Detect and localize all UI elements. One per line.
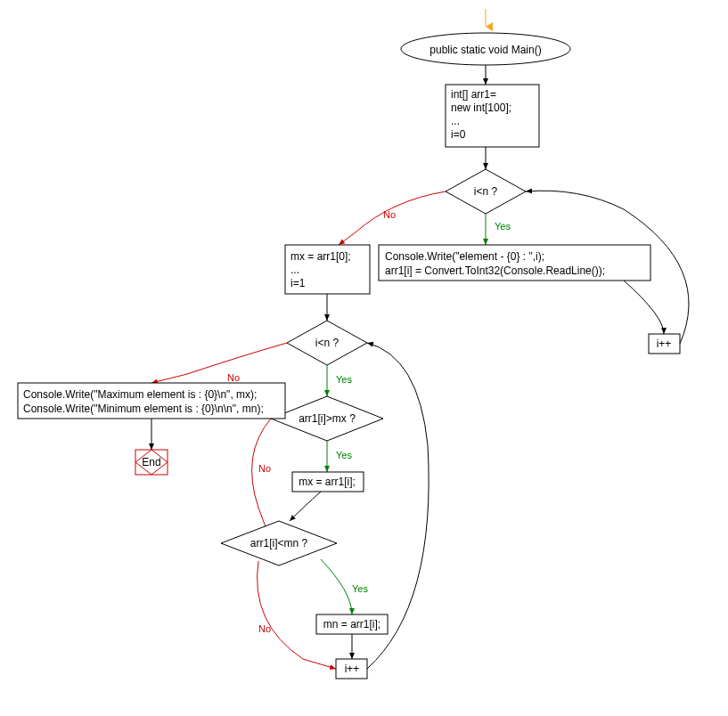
init-line4: i=0 xyxy=(451,128,466,141)
cond4-yes-label: Yes xyxy=(352,583,368,594)
read-line2: arr1[i] = Convert.ToInt32(Console.ReadLi… xyxy=(385,264,605,277)
mxinit-line2: ... xyxy=(290,264,299,276)
init-line3: ... xyxy=(451,115,460,127)
cond4-label: arr1[i]<mn ? xyxy=(250,537,308,549)
read-line1: Console.Write("element - {0} : ",i); xyxy=(385,250,544,263)
inc1-label: i++ xyxy=(657,338,672,350)
edge-cond4-yes xyxy=(321,559,352,614)
flowchart-diagram: public static void Main() int[] arr1= ne… xyxy=(0,0,728,716)
setmn-label: mn = arr1[i]; xyxy=(323,618,380,631)
setmx-label: mx = arr1[i]; xyxy=(299,476,356,488)
output-line2: Console.Write("Minimum element is : {0}\… xyxy=(23,403,264,415)
cond3-label: arr1[i]>mx ? xyxy=(299,412,356,425)
start-label: public static void Main() xyxy=(429,44,541,56)
edge-cond2-no xyxy=(151,343,287,383)
end-terminator: End xyxy=(135,450,168,475)
cond2-label: i<n ? xyxy=(315,337,339,349)
cond2-yes-label: Yes xyxy=(336,374,352,385)
cond1-yes-label: Yes xyxy=(495,221,511,232)
mxinit-line1: mx = arr1[0]; xyxy=(290,250,351,263)
edge-cond3-no xyxy=(252,419,271,532)
output-line1: Console.Write("Maximum element is : {0}\… xyxy=(23,388,257,401)
init-line2: new int[100]; xyxy=(451,102,511,114)
cond2-no-label: No xyxy=(227,372,240,383)
cond4-no-label: No xyxy=(258,623,271,634)
cond1-no-label: No xyxy=(383,209,396,220)
edge-setmx-cond4 xyxy=(290,492,321,521)
inc2-label: i++ xyxy=(345,663,360,675)
cond3-yes-label: Yes xyxy=(336,450,352,460)
mxinit-line3: i=1 xyxy=(290,277,306,289)
init-line1: int[] arr1= xyxy=(451,88,496,101)
cond1-label: i<n ? xyxy=(474,185,498,198)
end-label: End xyxy=(142,456,160,468)
cond3-no-label: No xyxy=(258,463,271,474)
edge-read-inc1 xyxy=(624,281,664,334)
